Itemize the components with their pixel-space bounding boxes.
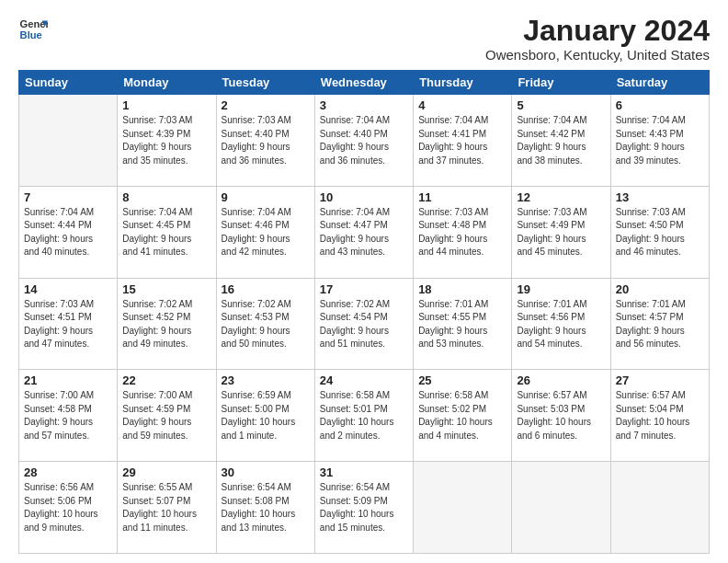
table-cell: 5Sunrise: 7:04 AM Sunset: 4:42 PM Daylig…: [512, 95, 610, 187]
page: General Blue January 2024 Owensboro, Ken…: [0, 0, 728, 563]
day-info: Sunrise: 6:57 AM Sunset: 5:03 PM Dayligh…: [517, 389, 605, 442]
day-info: Sunrise: 7:03 AM Sunset: 4:49 PM Dayligh…: [517, 206, 605, 259]
day-info: Sunrise: 7:00 AM Sunset: 4:58 PM Dayligh…: [24, 389, 112, 442]
header-monday: Monday: [118, 71, 216, 95]
day-info: Sunrise: 6:54 AM Sunset: 5:08 PM Dayligh…: [222, 481, 310, 534]
day-number: 12: [517, 190, 605, 204]
table-cell: 16Sunrise: 7:02 AM Sunset: 4:53 PM Dayli…: [216, 278, 314, 370]
table-cell: 12Sunrise: 7:03 AM Sunset: 4:49 PM Dayli…: [512, 186, 610, 278]
header-wednesday: Wednesday: [314, 71, 413, 95]
day-number: 3: [320, 98, 408, 112]
day-info: Sunrise: 7:03 AM Sunset: 4:51 PM Dayligh…: [24, 298, 112, 351]
table-cell: [19, 95, 118, 187]
week-row-4: 21Sunrise: 7:00 AM Sunset: 4:58 PM Dayli…: [19, 370, 710, 462]
table-cell: 31Sunrise: 6:54 AM Sunset: 5:09 PM Dayli…: [314, 462, 413, 554]
day-info: Sunrise: 7:04 AM Sunset: 4:43 PM Dayligh…: [616, 114, 704, 167]
day-info: Sunrise: 7:02 AM Sunset: 4:52 PM Dayligh…: [122, 298, 210, 351]
day-number: 1: [122, 98, 210, 112]
table-cell: 2Sunrise: 7:03 AM Sunset: 4:40 PM Daylig…: [216, 95, 314, 187]
day-number: 20: [616, 282, 704, 296]
table-cell: 25Sunrise: 6:58 AM Sunset: 5:02 PM Dayli…: [414, 370, 512, 462]
day-number: 16: [222, 282, 310, 296]
day-number: 19: [517, 282, 605, 296]
day-info: Sunrise: 7:01 AM Sunset: 4:57 PM Dayligh…: [616, 298, 704, 351]
day-info: Sunrise: 6:54 AM Sunset: 5:09 PM Dayligh…: [320, 481, 408, 534]
table-cell: 28Sunrise: 6:56 AM Sunset: 5:06 PM Dayli…: [19, 462, 118, 554]
week-row-5: 28Sunrise: 6:56 AM Sunset: 5:06 PM Dayli…: [19, 462, 710, 554]
day-number: 24: [320, 373, 408, 387]
table-cell: 17Sunrise: 7:02 AM Sunset: 4:54 PM Dayli…: [314, 278, 413, 370]
header-friday: Friday: [512, 71, 610, 95]
table-cell: 14Sunrise: 7:03 AM Sunset: 4:51 PM Dayli…: [19, 278, 118, 370]
day-info: Sunrise: 7:01 AM Sunset: 4:56 PM Dayligh…: [517, 298, 605, 351]
day-info: Sunrise: 7:03 AM Sunset: 4:48 PM Dayligh…: [418, 206, 506, 259]
table-cell: 4Sunrise: 7:04 AM Sunset: 4:41 PM Daylig…: [414, 95, 512, 187]
table-cell: 27Sunrise: 6:57 AM Sunset: 5:04 PM Dayli…: [610, 370, 709, 462]
logo-icon: General Blue: [18, 15, 48, 44]
day-number: 4: [418, 98, 506, 112]
header-saturday: Saturday: [610, 71, 709, 95]
day-number: 21: [24, 373, 112, 387]
day-info: Sunrise: 6:58 AM Sunset: 5:01 PM Dayligh…: [320, 389, 408, 442]
day-info: Sunrise: 7:04 AM Sunset: 4:44 PM Dayligh…: [24, 206, 112, 259]
week-row-3: 14Sunrise: 7:03 AM Sunset: 4:51 PM Dayli…: [19, 278, 710, 370]
day-number: 10: [320, 190, 408, 204]
table-cell: 24Sunrise: 6:58 AM Sunset: 5:01 PM Dayli…: [314, 370, 413, 462]
day-number: 18: [418, 282, 506, 296]
header-tuesday: Tuesday: [216, 71, 314, 95]
week-row-1: 1Sunrise: 7:03 AM Sunset: 4:39 PM Daylig…: [19, 95, 710, 187]
day-info: Sunrise: 7:00 AM Sunset: 4:59 PM Dayligh…: [122, 389, 210, 442]
table-cell: 7Sunrise: 7:04 AM Sunset: 4:44 PM Daylig…: [19, 186, 118, 278]
day-info: Sunrise: 7:04 AM Sunset: 4:42 PM Dayligh…: [517, 114, 605, 167]
table-cell: [512, 462, 610, 554]
day-info: Sunrise: 7:04 AM Sunset: 4:46 PM Dayligh…: [222, 206, 310, 259]
table-cell: [414, 462, 512, 554]
table-cell: 23Sunrise: 6:59 AM Sunset: 5:00 PM Dayli…: [216, 370, 314, 462]
table-cell: 29Sunrise: 6:55 AM Sunset: 5:07 PM Dayli…: [118, 462, 216, 554]
day-info: Sunrise: 7:02 AM Sunset: 4:53 PM Dayligh…: [222, 298, 310, 351]
table-cell: 21Sunrise: 7:00 AM Sunset: 4:58 PM Dayli…: [19, 370, 118, 462]
table-cell: 15Sunrise: 7:02 AM Sunset: 4:52 PM Dayli…: [118, 278, 216, 370]
header: General Blue January 2024 Owensboro, Ken…: [18, 15, 710, 63]
day-number: 28: [24, 465, 112, 479]
day-info: Sunrise: 6:58 AM Sunset: 5:02 PM Dayligh…: [418, 389, 506, 442]
table-cell: 10Sunrise: 7:04 AM Sunset: 4:47 PM Dayli…: [314, 186, 413, 278]
location: Owensboro, Kentucky, United States: [485, 47, 710, 63]
table-cell: 8Sunrise: 7:04 AM Sunset: 4:45 PM Daylig…: [118, 186, 216, 278]
day-number: 5: [517, 98, 605, 112]
day-number: 7: [24, 190, 112, 204]
day-info: Sunrise: 7:01 AM Sunset: 4:55 PM Dayligh…: [418, 298, 506, 351]
table-cell: 6Sunrise: 7:04 AM Sunset: 4:43 PM Daylig…: [610, 95, 709, 187]
logo: General Blue: [18, 15, 48, 44]
day-info: Sunrise: 7:04 AM Sunset: 4:40 PM Dayligh…: [320, 114, 408, 167]
title-block: January 2024 Owensboro, Kentucky, United…: [485, 15, 710, 63]
day-info: Sunrise: 6:55 AM Sunset: 5:07 PM Dayligh…: [122, 481, 210, 534]
day-number: 25: [418, 373, 506, 387]
day-info: Sunrise: 6:59 AM Sunset: 5:00 PM Dayligh…: [222, 389, 310, 442]
day-number: 22: [122, 373, 210, 387]
month-title: January 2024: [485, 15, 710, 47]
day-number: 30: [222, 465, 310, 479]
svg-text:General: General: [20, 18, 48, 29]
table-cell: 3Sunrise: 7:04 AM Sunset: 4:40 PM Daylig…: [314, 95, 413, 187]
day-info: Sunrise: 6:57 AM Sunset: 5:04 PM Dayligh…: [616, 389, 704, 442]
day-info: Sunrise: 7:04 AM Sunset: 4:45 PM Dayligh…: [122, 206, 210, 259]
day-info: Sunrise: 6:56 AM Sunset: 5:06 PM Dayligh…: [24, 481, 112, 534]
day-info: Sunrise: 7:03 AM Sunset: 4:50 PM Dayligh…: [616, 206, 704, 259]
day-number: 13: [616, 190, 704, 204]
day-number: 29: [122, 465, 210, 479]
table-cell: 19Sunrise: 7:01 AM Sunset: 4:56 PM Dayli…: [512, 278, 610, 370]
day-info: Sunrise: 7:03 AM Sunset: 4:39 PM Dayligh…: [122, 114, 210, 167]
table-cell: 9Sunrise: 7:04 AM Sunset: 4:46 PM Daylig…: [216, 186, 314, 278]
header-thursday: Thursday: [414, 71, 512, 95]
weekday-header-row: Sunday Monday Tuesday Wednesday Thursday…: [19, 71, 710, 95]
week-row-2: 7Sunrise: 7:04 AM Sunset: 4:44 PM Daylig…: [19, 186, 710, 278]
day-number: 17: [320, 282, 408, 296]
table-cell: 1Sunrise: 7:03 AM Sunset: 4:39 PM Daylig…: [118, 95, 216, 187]
day-info: Sunrise: 7:04 AM Sunset: 4:47 PM Dayligh…: [320, 206, 408, 259]
table-cell: 20Sunrise: 7:01 AM Sunset: 4:57 PM Dayli…: [610, 278, 709, 370]
day-number: 15: [122, 282, 210, 296]
table-cell: 30Sunrise: 6:54 AM Sunset: 5:08 PM Dayli…: [216, 462, 314, 554]
table-cell: 22Sunrise: 7:00 AM Sunset: 4:59 PM Dayli…: [118, 370, 216, 462]
svg-text:Blue: Blue: [20, 29, 42, 40]
